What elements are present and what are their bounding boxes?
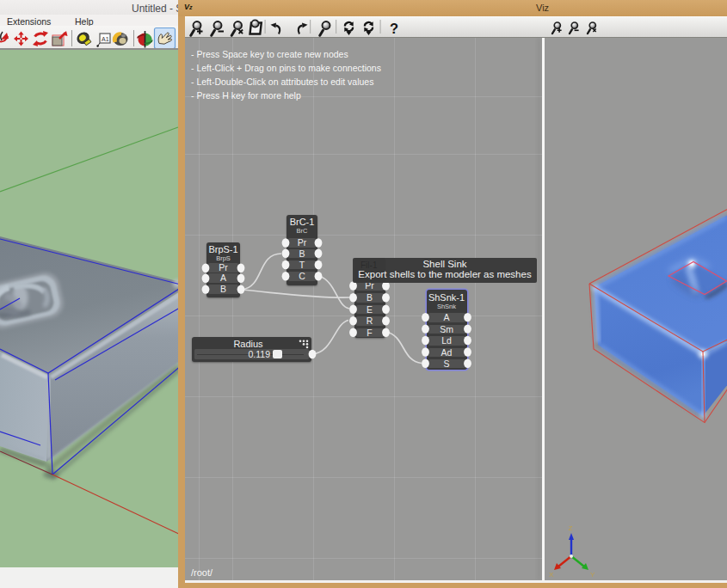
svg-text:Z: Z (568, 524, 572, 532)
svg-text:Y: Y (590, 571, 595, 579)
svg-text:?: ? (390, 21, 398, 36)
svg-text:X: X (549, 571, 554, 579)
svg-text:A1: A1 (102, 36, 109, 42)
